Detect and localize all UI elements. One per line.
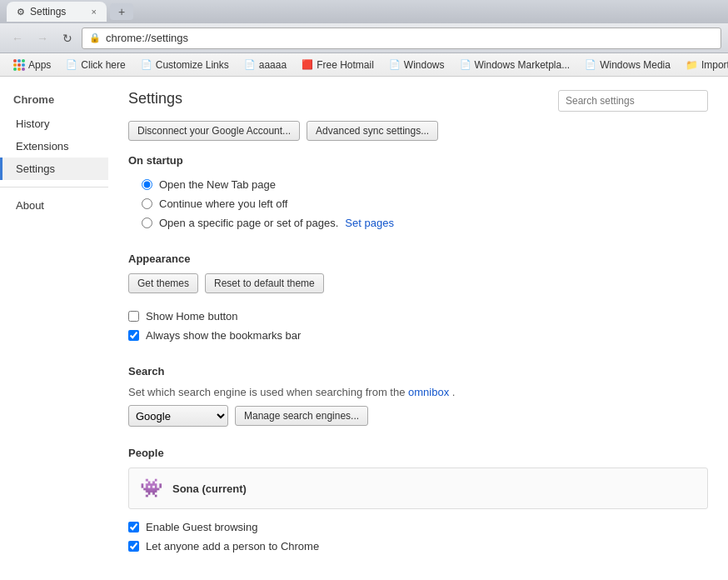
sidebar-title: Chrome	[0, 90, 108, 112]
bookmark-imported-label: Imported Fro...	[701, 59, 728, 71]
add-person-option: Let anyone add a person to Chrome	[128, 537, 708, 556]
page-header: Settings	[128, 90, 708, 121]
people-title: People	[128, 447, 708, 459]
bookmark-imported[interactable]: 📁 Imported Fro...	[679, 58, 728, 72]
bookmark-customize-icon: 📄	[141, 59, 152, 70]
manage-search-engines-button[interactable]: Manage search engines...	[235, 406, 368, 426]
bookmark-marketplace[interactable]: 📄 Windows Marketpla...	[453, 58, 577, 72]
search-settings-input[interactable]	[558, 90, 708, 112]
person-name: Sona (current)	[172, 482, 247, 495]
search-desc-end: .	[452, 386, 456, 398]
bookmark-media-icon: 📄	[585, 59, 596, 70]
bookmarks-bar-option: Always show the bookmarks bar	[128, 326, 708, 345]
nav-bar: ← → ↻ 🔒 chrome://settings	[0, 23, 728, 53]
forward-icon: →	[37, 32, 48, 45]
disconnect-google-button[interactable]: Disconnect your Google Account...	[128, 121, 300, 141]
sidebar-item-about[interactable]: About	[0, 194, 108, 217]
startup-option-specific: Open a specific page or set of pages. Se…	[128, 213, 708, 232]
startup-specific-radio[interactable]	[142, 218, 152, 228]
guest-browsing-option: Enable Guest browsing	[128, 518, 708, 537]
avatar-icon: 👾	[140, 478, 162, 499]
sidebar-item-extensions[interactable]: Extensions	[0, 135, 108, 158]
search-section: Search Set which search engine is used w…	[128, 365, 708, 427]
bookmark-apps[interactable]: Apps	[7, 58, 57, 72]
page-title: Settings	[128, 90, 182, 108]
search-description: Set which search engine is used when sea…	[128, 386, 708, 398]
bookmark-windows-icon: 📄	[389, 59, 401, 70]
set-pages-link[interactable]: Set pages	[345, 217, 394, 229]
bookmark-marketplace-label: Windows Marketpla...	[475, 59, 571, 71]
active-tab[interactable]: ⚙ Settings ×	[7, 2, 107, 22]
forward-button[interactable]: →	[32, 28, 53, 49]
bookmark-apps-label: Apps	[28, 59, 51, 71]
show-home-button-label: Show Home button	[146, 310, 238, 322]
bookmark-hotmail-label: Free Hotmail	[317, 59, 374, 71]
search-section-title: Search	[128, 365, 708, 378]
add-person-label: Let anyone add a person to Chrome	[146, 540, 319, 552]
appearance-section: Appearance Get themes Reset to default t…	[128, 252, 708, 345]
startup-newtab-label: Open the New Tab page	[159, 178, 276, 191]
bookmark-aaaaa-label: aaaaa	[259, 59, 287, 71]
bookmarks-bar: Apps 📄 Click here 📄 Customize Links 📄 aa…	[0, 53, 728, 77]
bookmark-click-here-label: Click here	[81, 59, 125, 71]
startup-continue-radio[interactable]	[142, 198, 152, 209]
omnibox-link[interactable]: omnibox	[408, 386, 449, 398]
startup-continue-label: Continue where you left off	[159, 198, 287, 210]
advanced-sync-button[interactable]: Advanced sync settings...	[307, 121, 438, 141]
sync-buttons-row: Disconnect your Google Account... Advanc…	[128, 121, 708, 141]
guest-browsing-label: Enable Guest browsing	[146, 521, 257, 533]
sidebar-item-settings[interactable]: Settings	[0, 158, 108, 180]
search-desc-text: Set which search engine is used when sea…	[128, 386, 405, 398]
title-bar: ⚙ Settings × +	[0, 0, 728, 23]
address-bar[interactable]: 🔒 chrome://settings	[82, 28, 721, 49]
back-icon: ←	[12, 32, 23, 45]
apps-grid-icon	[13, 59, 25, 71]
bookmark-marketplace-icon: 📄	[460, 59, 471, 70]
refresh-icon: ↻	[62, 32, 72, 45]
on-startup-section: On startup Open the New Tab page Continu…	[128, 154, 708, 232]
get-themes-button[interactable]: Get themes	[128, 273, 198, 293]
search-engine-select[interactable]: Google Bing Yahoo	[128, 405, 228, 427]
current-person-row[interactable]: 👾 Sona (current)	[128, 468, 708, 509]
startup-option-continue: Continue where you left off	[128, 194, 708, 213]
back-button[interactable]: ←	[7, 28, 28, 49]
startup-option-newtab: Open the New Tab page	[128, 175, 708, 194]
browser-frame: ⚙ Settings × + ← → ↻ 🔒 chrome://settings	[0, 0, 728, 580]
bookmark-hotmail-icon: 🟥	[302, 59, 313, 70]
bookmark-aaaaa-icon: 📄	[244, 59, 256, 70]
main-area: Chrome History Extensions Settings About…	[0, 77, 728, 580]
add-person-checkbox[interactable]	[128, 541, 139, 552]
bookmark-media-label: Windows Media	[600, 59, 671, 71]
bookmarks-bar-checkbox[interactable]	[128, 330, 139, 341]
bookmark-click-here[interactable]: 📄 Click here	[59, 58, 132, 72]
appearance-title: Appearance	[128, 252, 708, 265]
sidebar-item-history[interactable]: History	[0, 112, 108, 135]
sidebar-history-label: History	[16, 118, 49, 130]
bookmark-windows-label: Windows	[404, 59, 445, 71]
bookmark-media[interactable]: 📄 Windows Media	[578, 58, 677, 72]
new-tab-button[interactable]: +	[110, 3, 133, 20]
address-lock-icon: 🔒	[89, 32, 101, 43]
bookmark-hotmail[interactable]: 🟥 Free Hotmail	[295, 58, 381, 72]
show-home-button-checkbox[interactable]	[128, 311, 139, 322]
tab-close-button[interactable]: ×	[92, 7, 97, 17]
refresh-button[interactable]: ↻	[57, 28, 78, 49]
bookmark-customize[interactable]: 📄 Customize Links	[134, 58, 236, 72]
on-startup-title: On startup	[128, 154, 708, 167]
sidebar-divider	[0, 187, 108, 188]
bookmark-aaaaa[interactable]: 📄 aaaaa	[237, 58, 293, 72]
person-avatar: 👾	[137, 475, 164, 502]
search-engine-row: Google Bing Yahoo Manage search engines.…	[128, 405, 708, 427]
sidebar: Chrome History Extensions Settings About	[0, 77, 108, 580]
bookmark-windows[interactable]: 📄 Windows	[382, 58, 451, 72]
people-section: People 👾 Sona (current) Enable Guest bro…	[128, 447, 708, 556]
guest-browsing-checkbox[interactable]	[128, 522, 139, 532]
settings-content: Settings Disconnect your Google Account.…	[108, 77, 728, 580]
sidebar-extensions-label: Extensions	[16, 140, 69, 152]
tab-settings-icon: ⚙	[17, 7, 25, 18]
show-home-button-option: Show Home button	[128, 307, 708, 326]
reset-theme-button[interactable]: Reset to default theme	[205, 273, 324, 293]
startup-newtab-radio[interactable]	[142, 179, 152, 190]
sidebar-settings-label: Settings	[16, 162, 55, 175]
bookmark-page-icon: 📄	[66, 59, 77, 70]
